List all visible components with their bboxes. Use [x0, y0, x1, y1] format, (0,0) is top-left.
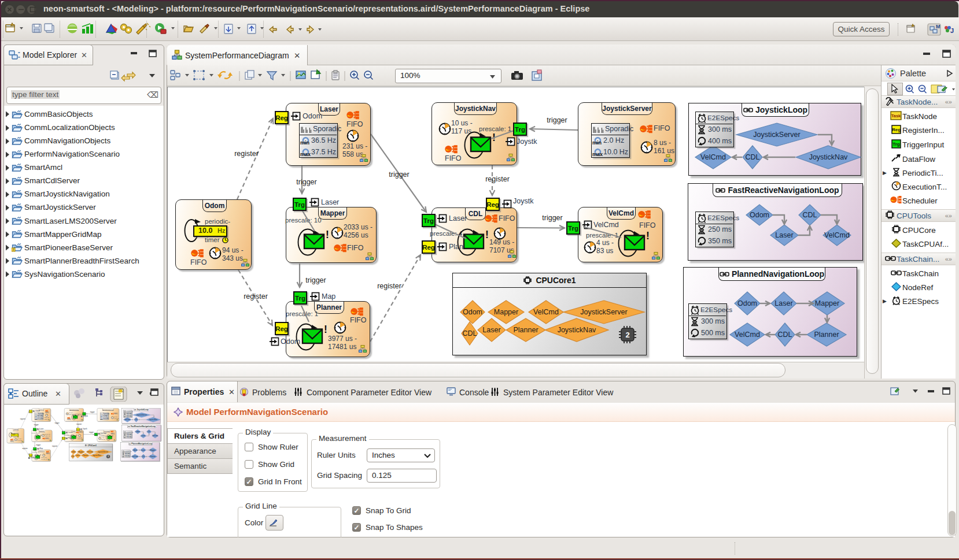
svg-text:!: ! [13, 248, 14, 251]
svg-text:Task: Task [891, 113, 901, 118]
svg-text:Reg: Reg [891, 127, 900, 132]
svg-text:Trg: Trg [892, 142, 900, 147]
